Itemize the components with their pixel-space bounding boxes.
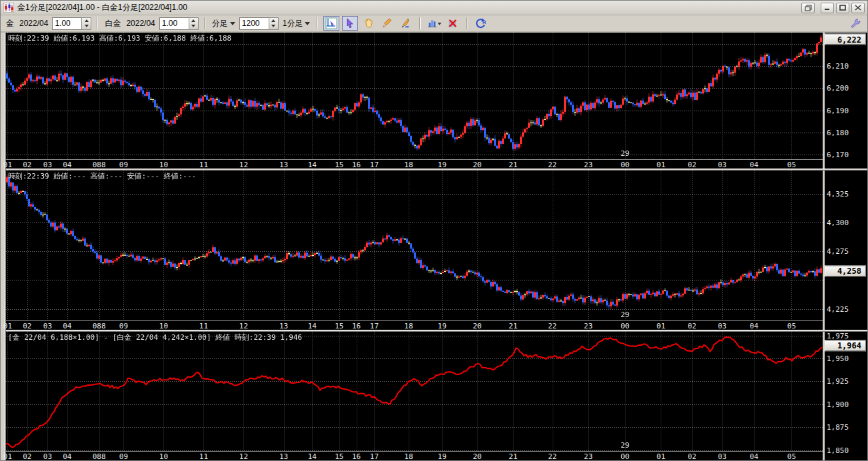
x-tick-label: 14 bbox=[308, 161, 317, 169]
x-tick-label: 18 bbox=[404, 322, 413, 330]
bar-count-up-button[interactable] bbox=[269, 18, 278, 24]
gold-multiplier-spinner bbox=[52, 17, 91, 30]
platinum-multiplier-down-button[interactable] bbox=[189, 23, 198, 29]
refresh-icon[interactable]: R bbox=[473, 16, 489, 31]
x-tick-label: 20 bbox=[473, 452, 481, 461]
dropdown-caret-icon bbox=[230, 22, 235, 25]
minimize-button[interactable] bbox=[821, 3, 834, 13]
bar-count-input[interactable] bbox=[239, 17, 269, 30]
x-tick-label: 14 bbox=[308, 322, 317, 330]
gold-price-axis[interactable]: 6,2106,2006,1906,1806,1706,222 bbox=[823, 33, 866, 169]
delete-drawings-icon[interactable] bbox=[445, 16, 461, 31]
spread-line-chart[interactable] bbox=[6, 332, 823, 451]
crosshair-mode-icon[interactable] bbox=[323, 16, 339, 31]
x-tick-label: 03 bbox=[718, 452, 727, 461]
platinum-contract-month[interactable]: 2022/04 bbox=[125, 19, 156, 28]
x-tick-label: 21 bbox=[509, 161, 517, 169]
x-tick-label: 03 bbox=[718, 161, 727, 169]
date-change-label: 29 bbox=[621, 441, 629, 450]
app-window: 金1分足[2022/04]1.00 - 白金1分足[2022/04]1.00 金… bbox=[0, 0, 868, 461]
x-tick-label: 088 bbox=[93, 161, 106, 169]
chart-type-icon[interactable] bbox=[426, 16, 442, 31]
gold-contract-month[interactable]: 2022/04 bbox=[18, 19, 49, 28]
y-tick-label: 1,925 bbox=[827, 377, 849, 386]
x-tick-label: 02 bbox=[23, 452, 31, 461]
x-tick-label: 22 bbox=[548, 452, 557, 461]
x-tick-label: 19 bbox=[438, 452, 447, 461]
spread-x-axis: 0102030408809101112131415161718192021222… bbox=[6, 451, 823, 460]
close-button[interactable] bbox=[851, 3, 865, 13]
x-tick-label: 14 bbox=[308, 452, 317, 461]
x-tick-label: 16 bbox=[352, 161, 361, 169]
current-price-box: 6,222 bbox=[825, 34, 866, 45]
y-tick-label: 6,180 bbox=[827, 129, 849, 137]
x-tick-label: 23 bbox=[584, 322, 593, 330]
x-tick-label: 19 bbox=[438, 161, 447, 169]
y-tick-label: 1,850 bbox=[827, 446, 849, 454]
platinum-chart-panel: 時刻:22:39 始値:--- 高値:--- 安値:--- 終値:--- 010… bbox=[6, 171, 866, 330]
gold-multiplier-up-button[interactable] bbox=[82, 18, 91, 24]
spread-price-axis[interactable]: 1,9751,9501,9251,9001,8751,8501,964 bbox=[823, 332, 866, 460]
x-tick-label: 23 bbox=[584, 161, 593, 169]
x-tick-label: 03 bbox=[43, 322, 52, 330]
bar-count-down-button[interactable] bbox=[269, 23, 278, 29]
platinum-multiplier-input[interactable] bbox=[159, 17, 189, 30]
gold-candlestick-chart[interactable] bbox=[6, 33, 823, 159]
left-splitter[interactable] bbox=[1, 33, 6, 460]
x-tick-label: 10 bbox=[159, 161, 168, 169]
draw-line-icon[interactable] bbox=[379, 16, 395, 31]
float-window-button[interactable] bbox=[801, 3, 815, 13]
pan-hand-icon[interactable] bbox=[361, 16, 377, 31]
maximize-button[interactable] bbox=[836, 3, 849, 13]
y-tick-label: 1,900 bbox=[827, 400, 849, 408]
x-tick-label: 12 bbox=[239, 452, 248, 461]
current-price-box: 4,258 bbox=[825, 265, 866, 276]
x-tick-label: 04 bbox=[63, 161, 71, 169]
x-tick-label: 05 bbox=[787, 322, 796, 330]
x-tick-label: 18 bbox=[404, 161, 413, 169]
title-bar[interactable]: 金1分足[2022/04]1.00 - 白金1分足[2022/04]1.00 bbox=[1, 1, 867, 15]
x-tick-label: 20 bbox=[473, 161, 481, 169]
x-tick-label: 05 bbox=[787, 452, 796, 461]
x-tick-label: 16 bbox=[352, 322, 361, 330]
toolbar-separator bbox=[204, 17, 205, 29]
x-tick-label: 00 bbox=[621, 161, 629, 169]
spread-status-line: [金 22/04 6,188×1.00] - [白金 22/04 4,242×1… bbox=[8, 332, 302, 342]
x-tick-label: 02 bbox=[687, 161, 696, 169]
x-tick-label: 04 bbox=[749, 161, 758, 169]
platinum-multiplier-up-button[interactable] bbox=[189, 18, 198, 24]
x-tick-label: 13 bbox=[279, 322, 288, 330]
platinum-candlestick-chart[interactable] bbox=[6, 171, 823, 320]
y-tick-label: 6,200 bbox=[827, 84, 849, 93]
select-cursor-icon[interactable] bbox=[342, 16, 358, 31]
platinum-price-axis[interactable]: 4,3254,3004,2754,2254,258 bbox=[823, 171, 866, 330]
x-tick-label: 13 bbox=[279, 161, 288, 169]
x-tick-label: 088 bbox=[93, 452, 106, 461]
x-tick-label: 16 bbox=[352, 452, 361, 461]
x-tick-label: 02 bbox=[687, 452, 696, 461]
y-tick-label: 6,170 bbox=[827, 151, 849, 159]
x-tick-label: 20 bbox=[473, 322, 481, 330]
platinum-x-axis: 0102030408809101112131415161718192021222… bbox=[6, 320, 823, 330]
gold-multiplier-input[interactable] bbox=[52, 17, 81, 30]
current-price-box: 1,964 bbox=[825, 340, 866, 351]
x-tick-label: 09 bbox=[119, 161, 128, 169]
draw-pen-icon[interactable] bbox=[398, 16, 414, 31]
window-title: 金1分足[2022/04]1.00 - 白金1分足[2022/04]1.00 bbox=[17, 2, 798, 13]
x-tick-label: 15 bbox=[335, 322, 343, 330]
x-tick-label: 17 bbox=[370, 161, 379, 169]
x-tick-label: 00 bbox=[621, 322, 629, 330]
x-tick-label: 02 bbox=[23, 322, 31, 330]
platinum-status-line: 時刻:22:39 始値:--- 高値:--- 安値:--- 終値:--- bbox=[8, 171, 196, 181]
y-tick-label: 6,190 bbox=[827, 106, 849, 115]
gold-multiplier-down-button[interactable] bbox=[82, 23, 91, 29]
interval-dropdown[interactable]: 分足 bbox=[211, 18, 237, 29]
x-tick-label: 15 bbox=[335, 161, 343, 169]
x-tick-label: 03 bbox=[43, 161, 52, 169]
x-tick-label: 01 bbox=[3, 452, 12, 461]
x-tick-label: 12 bbox=[239, 322, 248, 330]
platinum-multiplier-spinner bbox=[159, 17, 199, 30]
bar-count-spinner bbox=[239, 17, 279, 30]
timeframe-dropdown[interactable]: 1分足 bbox=[281, 18, 312, 29]
settings-wrench-icon[interactable] bbox=[847, 16, 863, 31]
